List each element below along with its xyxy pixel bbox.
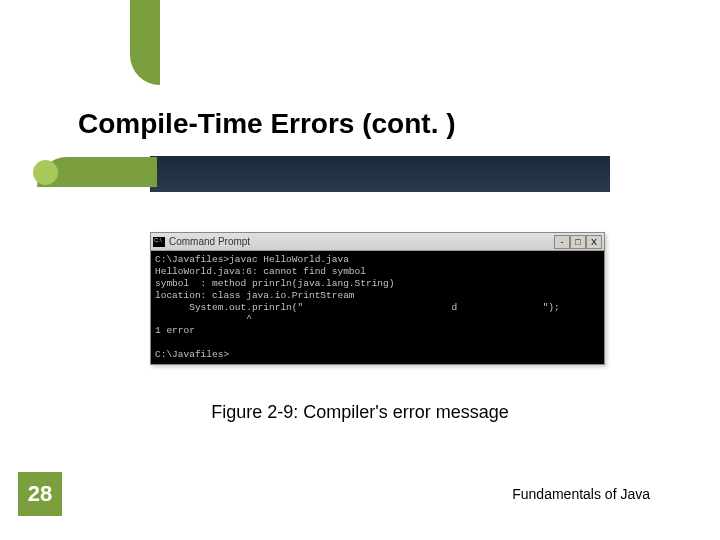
minimize-button[interactable]: -	[554, 235, 570, 249]
terminal-line: ^	[155, 313, 252, 324]
command-prompt-window: Command Prompt - □ X C:\Javafiles>javac …	[150, 232, 605, 365]
terminal-line: HelloWorld.java:6: cannot find symbol	[155, 266, 366, 277]
terminal-line: System.out.prinrln(" d ");	[155, 302, 560, 313]
footer-text: Fundamentals of Java	[512, 486, 650, 502]
window-controls: - □ X	[554, 235, 602, 249]
window-title-area: Command Prompt	[153, 236, 250, 247]
command-prompt-icon	[153, 237, 165, 247]
title-underline-bar	[150, 156, 610, 192]
terminal-line: C:\Javafiles>	[155, 349, 229, 360]
terminal-line: 1 error	[155, 325, 195, 336]
figure-caption: Figure 2-9: Compiler's error message	[0, 402, 720, 423]
terminal-line: symbol : method prinrln(java.lang.String…	[155, 278, 394, 289]
terminal-line: location: class java.io.PrintStream	[155, 290, 355, 301]
slide-title: Compile-Time Errors (cont. )	[78, 108, 456, 140]
accent-dot	[33, 160, 58, 185]
close-button[interactable]: X	[586, 235, 602, 249]
accent-decoration-top	[130, 0, 160, 85]
terminal-output: C:\Javafiles>javac HelloWorld.java Hello…	[151, 251, 604, 364]
window-title-text: Command Prompt	[169, 236, 250, 247]
figure-command-prompt: Command Prompt - □ X C:\Javafiles>javac …	[150, 232, 605, 365]
maximize-button[interactable]: □	[570, 235, 586, 249]
page-number-badge: 28	[18, 472, 62, 516]
terminal-line: C:\Javafiles>javac HelloWorld.java	[155, 254, 349, 265]
window-titlebar: Command Prompt - □ X	[151, 233, 604, 251]
